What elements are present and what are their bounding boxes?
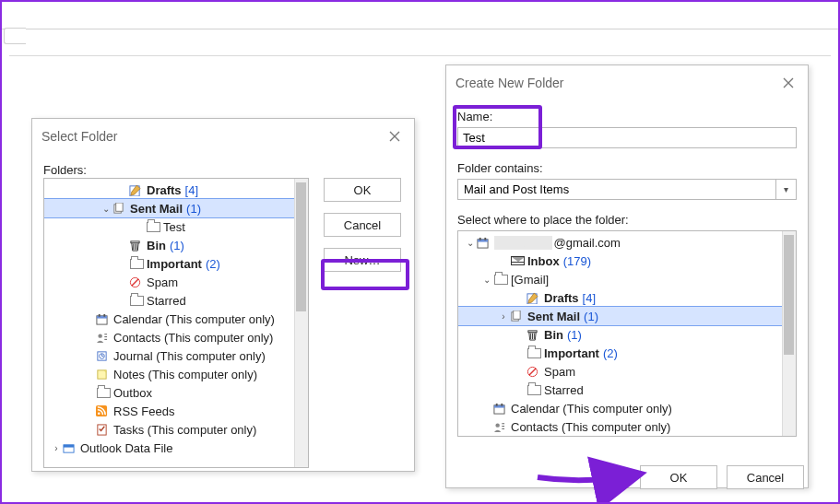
tree-body: ⌄x@gmail.comInbox(179)⌄[Gmail]Drafts[4]›… xyxy=(458,231,796,437)
tree-item-count: (1) xyxy=(186,202,201,216)
scrollbar[interactable] xyxy=(294,179,308,467)
tree-item[interactable]: Inbox(179) xyxy=(458,252,796,270)
tree-item-label: Outlook Data File xyxy=(80,441,172,455)
ok-button[interactable]: OK xyxy=(324,178,401,202)
tree-item-label: Notes (This computer only) xyxy=(113,368,257,381)
tree-item-count: (1) xyxy=(584,310,598,323)
close-icon xyxy=(389,131,400,142)
tree-item[interactable]: Drafts[4] xyxy=(458,288,796,307)
tree-item[interactable]: Notes (This computer only) xyxy=(44,365,308,383)
notes-icon xyxy=(96,367,108,381)
folders-label: Folders: xyxy=(43,163,403,177)
scroll-thumb[interactable] xyxy=(784,235,794,355)
folders-tree[interactable]: Drafts[4]⌄Sent Mail(1)TestBin(1)Importan… xyxy=(43,178,309,468)
cancel-button[interactable]: Cancel xyxy=(727,465,804,489)
chevron-right-icon[interactable]: › xyxy=(50,443,63,453)
tree-item-label: x@gmail.com xyxy=(494,236,621,250)
tree-item[interactable]: ⌄x@gmail.com xyxy=(458,233,796,252)
tree-item[interactable]: ›Outlook Data File xyxy=(44,439,308,457)
contains-combo[interactable]: Mail and Post Items ▾ xyxy=(457,179,797,200)
button-column: OK Cancel New… xyxy=(324,178,401,272)
tree-item[interactable]: Drafts[4] xyxy=(44,181,308,199)
close-button[interactable] xyxy=(778,73,799,93)
tree-item[interactable]: Test xyxy=(44,217,308,236)
tree-item-label: Sent Mail xyxy=(130,202,183,216)
select-folder-dialog: Select Folder Folders: Drafts[4]⌄Sent Ma… xyxy=(31,118,415,472)
scrollbar[interactable] xyxy=(782,231,796,436)
tree-item[interactable]: Bin(1) xyxy=(44,236,308,254)
dialog-titlebar: Create New Folder xyxy=(446,65,808,106)
tree-item[interactable]: Important(2) xyxy=(458,344,796,362)
tree-item-label: Important xyxy=(147,257,202,271)
tree-item[interactable]: Important(2) xyxy=(44,254,308,273)
tree-item-label: Inbox xyxy=(527,254,560,268)
tree-item[interactable]: Calendar (This computer only) xyxy=(458,399,796,417)
tree-item[interactable]: RSS Feeds xyxy=(44,402,308,420)
ribbon-tab-ghost xyxy=(4,28,26,44)
tree-item-count: (1) xyxy=(170,239,184,252)
pencil-icon xyxy=(526,290,538,305)
contacts-icon xyxy=(96,330,108,345)
dialog-title: Select Folder xyxy=(41,129,117,144)
tree-item-label: Contacts (This computer only) xyxy=(511,420,670,434)
tree-item[interactable]: Spam xyxy=(458,362,796,381)
tree-item[interactable]: ›Sent Mail(1) xyxy=(458,307,796,325)
tree-item-label: Spam xyxy=(544,365,575,379)
tree-item-label: Test xyxy=(163,220,185,234)
tree-item[interactable]: Bin(1) xyxy=(458,325,796,344)
chevron-down-icon[interactable]: ⌄ xyxy=(100,204,112,214)
close-button[interactable] xyxy=(385,126,405,147)
datafile-icon xyxy=(63,440,75,455)
where-tree[interactable]: ⌄x@gmail.comInbox(179)⌄[Gmail]Drafts[4]›… xyxy=(457,230,797,437)
tree-item[interactable]: Outbox xyxy=(44,383,308,402)
contacts-icon xyxy=(493,419,505,434)
tree-item-count: [4] xyxy=(185,183,198,197)
tree-item-count: (179) xyxy=(563,254,591,268)
tree-item-label: Starred xyxy=(147,294,186,308)
tree-item[interactable]: Calendar (This computer only) xyxy=(44,310,308,328)
folder-icon xyxy=(130,259,144,269)
tree-item[interactable]: Contacts (This computer only) xyxy=(458,417,796,436)
tree-item-label: [Gmail] xyxy=(511,273,549,287)
pages-icon xyxy=(510,309,522,323)
ok-button[interactable]: OK xyxy=(640,465,717,489)
tree-item[interactable]: ⌄Sent Mail(1) xyxy=(44,199,308,217)
folder-icon xyxy=(147,222,160,232)
tree-item-label: Calendar (This computer only) xyxy=(511,402,672,416)
tree-item-label: Contacts (This computer only) xyxy=(113,331,273,345)
tree-item[interactable]: Contacts (This computer only) xyxy=(44,328,308,346)
chevron-down-icon[interactable]: ⌄ xyxy=(480,275,493,285)
divider xyxy=(9,55,831,56)
tree-item-label: Drafts xyxy=(147,183,182,197)
tree-item-label: Tasks (This computer only) xyxy=(113,423,256,437)
tree-item[interactable]: Starred xyxy=(458,381,796,399)
tree-item[interactable]: Starred xyxy=(44,291,308,310)
tree-item-label: Drafts xyxy=(544,291,579,305)
ribbon-strip xyxy=(2,9,838,29)
tree-item-count: (2) xyxy=(206,257,220,271)
calendar-icon xyxy=(96,311,108,326)
trash-icon xyxy=(129,238,141,252)
tree-item-label: Journal (This computer only) xyxy=(113,349,266,363)
folder-icon xyxy=(130,296,144,306)
pages-icon xyxy=(112,201,124,216)
chevron-down-icon[interactable]: ▾ xyxy=(775,180,796,199)
chevron-right-icon[interactable]: › xyxy=(497,311,510,322)
contains-label: Folder contains: xyxy=(457,161,797,175)
name-label: Name: xyxy=(457,110,797,123)
name-input[interactable] xyxy=(457,127,797,148)
new-button[interactable]: New… xyxy=(324,248,401,272)
tree-item[interactable]: ⌄[Gmail] xyxy=(458,270,796,288)
tree-item-label: Spam xyxy=(147,275,178,289)
tree-item-label: Bin xyxy=(544,328,563,342)
tasks-icon xyxy=(96,422,108,437)
tree-item[interactable]: Journal (This computer only) xyxy=(44,346,308,365)
tree-item[interactable]: Spam xyxy=(44,273,308,291)
cancel-button[interactable]: Cancel xyxy=(324,213,401,237)
pencil-icon xyxy=(129,182,141,197)
scroll-thumb[interactable] xyxy=(296,182,306,311)
tree-body: Drafts[4]⌄Sent Mail(1)TestBin(1)Importan… xyxy=(44,179,308,459)
chevron-down-icon[interactable]: ⌄ xyxy=(464,238,477,248)
tree-item[interactable]: Tasks (This computer only) xyxy=(44,420,308,439)
block-icon xyxy=(526,364,538,379)
